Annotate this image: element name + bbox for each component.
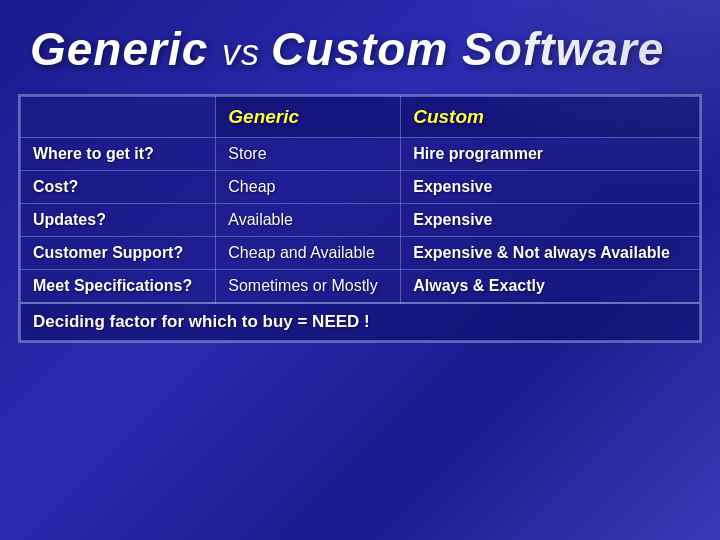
row-generic-1: Cheap xyxy=(216,171,401,204)
row-label-1: Cost? xyxy=(21,171,216,204)
row-generic-2: Available xyxy=(216,204,401,237)
title-rest: Custom Software xyxy=(271,23,664,75)
table-header-row: Generic Custom xyxy=(21,97,700,138)
table-footer-row: Deciding factor for which to buy = NEED … xyxy=(21,303,700,341)
page-title: Generic vs Custom Software xyxy=(30,22,690,76)
title-area: Generic vs Custom Software xyxy=(0,0,720,94)
row-generic-4: Sometimes or Mostly xyxy=(216,270,401,304)
title-generic: Generic xyxy=(30,23,208,75)
row-label-2: Updates? xyxy=(21,204,216,237)
header-generic: Generic xyxy=(216,97,401,138)
title-vs: vs xyxy=(222,32,271,73)
table-row: Where to get it? Store Hire programmer xyxy=(21,138,700,171)
row-generic-0: Store xyxy=(216,138,401,171)
row-custom-1: Expensive xyxy=(401,171,700,204)
table-row: Meet Specifications? Sometimes or Mostly… xyxy=(21,270,700,304)
table-row: Updates? Available Expensive xyxy=(21,204,700,237)
row-label-3: Customer Support? xyxy=(21,237,216,270)
row-custom-0: Hire programmer xyxy=(401,138,700,171)
row-label-4: Meet Specifications? xyxy=(21,270,216,304)
comparison-table: Generic Custom Where to get it? Store Hi… xyxy=(20,96,700,341)
table-row: Cost? Cheap Expensive xyxy=(21,171,700,204)
row-custom-2: Expensive xyxy=(401,204,700,237)
header-custom: Custom xyxy=(401,97,700,138)
row-generic-3: Cheap and Available xyxy=(216,237,401,270)
header-empty xyxy=(21,97,216,138)
row-label-0: Where to get it? xyxy=(21,138,216,171)
table-row: Customer Support? Cheap and Available Ex… xyxy=(21,237,700,270)
row-custom-4: Always & Exactly xyxy=(401,270,700,304)
footer-text: Deciding factor for which to buy = NEED … xyxy=(21,303,700,341)
row-custom-3: Expensive & Not always Available xyxy=(401,237,700,270)
comparison-table-wrapper: Generic Custom Where to get it? Store Hi… xyxy=(18,94,702,343)
